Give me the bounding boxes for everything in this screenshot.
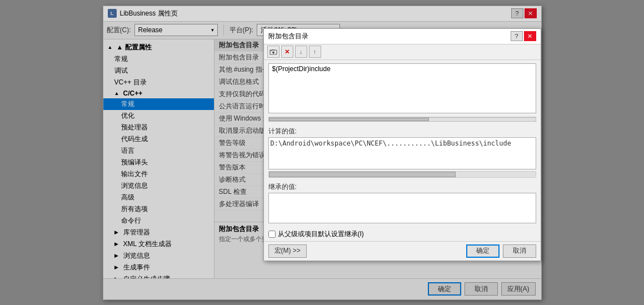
sub-dialog-footer: 宏(M) >> 确定 取消: [264, 241, 541, 261]
sub-dialog: 附加包含目录 ? ✕ ✕ ↓ ↑: [263, 28, 541, 261]
inherit-checkbox[interactable]: [268, 231, 276, 238]
inherit-checkbox-label[interactable]: 从父级或项目默认设置继承(I): [278, 229, 364, 239]
sub-cancel-button[interactable]: 取消: [503, 244, 536, 258]
move-down-button[interactable]: ↓: [295, 46, 307, 58]
inherit-section: 继承的值:: [264, 180, 541, 227]
inherit-textarea[interactable]: [268, 193, 536, 223]
list-item[interactable]: $(ProjectDir)include: [269, 64, 536, 74]
add-folder-button[interactable]: [267, 46, 279, 58]
sub-close-button[interactable]: ✕: [524, 31, 536, 41]
main-dialog: L LibBusiness 属性页 ? ✕ 配置(C): Release ▼ 平…: [103, 6, 542, 300]
delete-button[interactable]: ✕: [281, 46, 293, 58]
sub-help-button[interactable]: ?: [511, 31, 523, 41]
macro-button[interactable]: 宏(M) >>: [268, 244, 307, 258]
calc-textarea[interactable]: D:\Android\workspace\PC\NCEF\...........…: [268, 137, 536, 169]
calc-label: 计算的值:: [268, 127, 536, 136]
inherit-label: 继承的值:: [268, 182, 536, 192]
calc-section: 计算的值: D:\Android\workspace\PC\NCEF\.....…: [264, 124, 541, 180]
sub-title-bar: 附加包含目录 ? ✕: [264, 29, 541, 44]
sub-confirm-button[interactable]: 确定: [466, 244, 500, 258]
calc-hscroll[interactable]: [268, 171, 536, 178]
checkbox-row: 从父级或项目默认设置继承(I): [264, 227, 541, 241]
sub-list-area: $(ProjectDir)include: [268, 63, 536, 113]
overlay: 附加包含目录 ? ✕ ✕ ↓ ↑: [103, 6, 541, 299]
sub-dialog-title: 附加包含目录: [268, 32, 308, 41]
sub-toolbar: ✕ ↓ ↑: [264, 44, 541, 60]
move-up-button[interactable]: ↑: [309, 46, 321, 58]
sub-hscroll[interactable]: [268, 117, 536, 122]
